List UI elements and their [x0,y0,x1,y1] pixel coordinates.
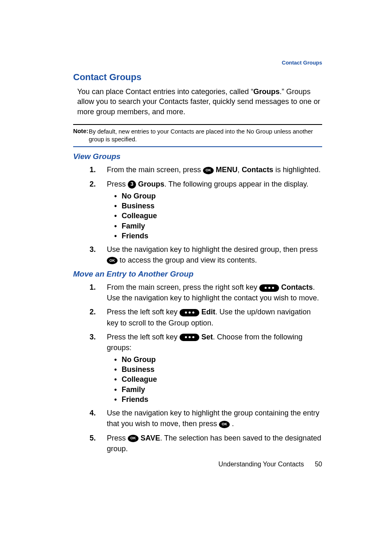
key-3-icon: 3 [128,180,136,189]
list-item: From the main screen, press the right so… [90,282,322,303]
list-item: Press the left soft key Set. Choose from… [90,332,322,405]
list-item: Use the navigation key to highlight the … [90,244,322,265]
softkey-icon [180,334,199,341]
groups-list: No Group Business Colleague Family Frien… [114,355,322,404]
contacts-label: Contacts [242,166,273,174]
document-page: Contact Groups Contact Groups You can pl… [0,0,392,542]
subsection-heading-move-entry: Move an Entry to Another Group [73,270,322,279]
note-block: Note: By default, new entries to your Co… [73,124,322,148]
intro-bold-groups: Groups [254,88,280,96]
step-text: Press the left soft key [107,333,180,341]
list-item: Press the left soft key Edit. Use the up… [90,307,322,328]
list-item: Colleague [114,211,322,221]
groups-list: No Group Business Colleague Family Frien… [114,191,322,241]
list-item: Family [114,221,322,231]
note-label: Note: [73,128,88,134]
list-item: Colleague [114,374,322,384]
intro-text-pre: You can place Contact entries into categ… [77,88,254,96]
contacts-label: Contacts [281,283,313,291]
list-item: Press 3 Groups. The following groups app… [90,179,322,241]
subsection-heading-view-groups: View Groups [73,152,322,161]
list-item: From the main screen, press OK MENU, Con… [90,164,322,175]
menu-label: MENU [216,166,238,174]
list-item: No Group [114,191,322,201]
step-text: , [238,166,242,174]
step-text: . The selection has been saved to the de… [107,434,321,453]
step-text: From the main screen, press the right so… [107,283,259,291]
set-label: Set [201,333,213,341]
list-item: Friends [114,394,322,404]
header-breadcrumb: Contact Groups [282,60,322,66]
groups-label: Groups [138,180,164,188]
ok-icon: OK [128,435,138,442]
step-text: Press [107,434,128,442]
step-text: Press [107,180,128,188]
ok-icon: OK [219,421,230,428]
step-text: . The following groups appear in the dis… [164,180,309,188]
page-footer: Understanding Your Contacts 50 [219,461,322,468]
chapter-title: Understanding Your Contacts [219,461,304,468]
step-text: Use the navigation key to highlight the … [107,409,319,428]
intro-paragraph: You can place Contact entries into categ… [77,87,322,117]
list-item: Business [114,201,322,211]
softkey-icon [180,309,199,316]
list-item: Family [114,385,322,394]
note-text: By default, new entries to your Contacts… [89,128,322,143]
list-item: Use the navigation key to highlight the … [90,408,322,429]
view-groups-steps: From the main screen, press OK MENU, Con… [90,164,322,265]
list-item: Friends [114,231,322,241]
move-entry-steps: From the main screen, press the right so… [90,282,322,454]
step-text: Use the navigation key to highlight the … [107,245,318,254]
section-heading-contact-groups: Contact Groups [73,72,322,83]
step-text: to access the group and view its content… [120,256,257,264]
save-label: SAVE [141,434,160,442]
list-item: Press OK SAVE. The selection has been sa… [90,433,322,454]
step-text: . [232,420,234,428]
ok-icon: OK [107,257,118,264]
list-item: No Group [114,355,322,364]
step-text: is highlighted. [273,166,321,174]
softkey-icon [259,284,279,292]
ok-icon: OK [203,167,214,174]
edit-label: Edit [201,308,215,316]
step-text: From the main screen, press [107,166,203,174]
step-text: Press the left soft key [107,308,180,316]
page-number: 50 [315,461,322,468]
list-item: Business [114,364,322,374]
